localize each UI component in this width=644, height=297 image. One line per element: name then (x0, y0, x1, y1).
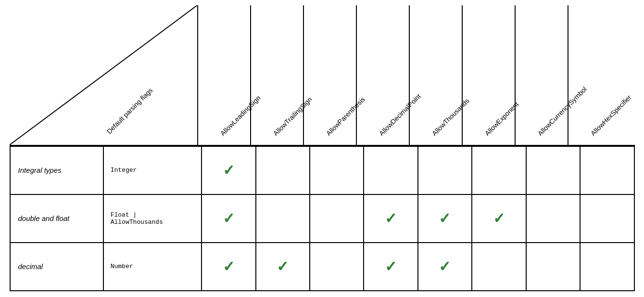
table-row: Integral types Integer ✓ (10, 146, 634, 194)
check-2-1: ✓ (256, 243, 310, 291)
row-label-2: decimal (10, 243, 103, 291)
check-0-2 (310, 146, 364, 194)
row-label-0: Integral types (10, 146, 103, 194)
check-1-2 (310, 194, 364, 243)
default-flags-label: Default parsing flags (105, 86, 154, 135)
header-col-3: AllowDecimalPoint (356, 5, 409, 145)
table-row: double and float Float | AllowThousands … (10, 194, 634, 243)
check-2-3: ✓ (364, 243, 417, 291)
table-header: Default parsing flags AllowLeadingSign A… (10, 6, 635, 146)
default-flags-1: Float | AllowThousands (103, 194, 202, 243)
check-0-7 (580, 146, 634, 194)
header-col-0: AllowLeadingSign (197, 5, 250, 145)
default-flags-0: Integer (103, 146, 202, 194)
check-0-6 (526, 146, 580, 194)
check-2-5 (472, 243, 526, 291)
header-col-5: AllowExponent (462, 5, 515, 145)
check-1-0: ✓ (202, 194, 255, 243)
col-header-7: AllowHexSpecifier (589, 93, 632, 137)
default-flags-2: Number (103, 243, 202, 291)
check-1-6 (526, 194, 580, 243)
check-2-6 (526, 243, 580, 291)
check-2-4: ✓ (418, 243, 472, 291)
check-1-4: ✓ (418, 194, 472, 243)
check-1-1 (256, 194, 310, 243)
header-default-flags-cell: Default parsing flags (101, 5, 197, 145)
header-col-4: AllowThousands (409, 5, 462, 145)
check-0-0: ✓ (202, 146, 255, 194)
header-col-6: AllowCurrencySymbol (515, 5, 568, 145)
check-2-7 (580, 243, 634, 291)
data-table: Integral types Integer ✓ double (10, 146, 635, 291)
check-1-3: ✓ (364, 194, 417, 243)
header-col-2: AllowParenthesis (303, 5, 356, 145)
check-2-2 (310, 243, 364, 291)
check-0-4 (418, 146, 472, 194)
check-0-3 (364, 146, 417, 194)
check-0-5 (472, 146, 526, 194)
main-table-wrapper: Default parsing flags AllowLeadingSign A… (10, 6, 635, 291)
check-1-7 (580, 194, 634, 243)
row-label-1: double and float (10, 194, 103, 243)
header-col-1: AllowTrailingSign (250, 5, 303, 145)
header-empty-left (10, 5, 101, 145)
check-2-0: ✓ (202, 243, 255, 291)
check-0-1 (256, 146, 310, 194)
check-1-5: ✓ (472, 194, 526, 243)
table-row: decimal Number ✓ ✓ ✓ ✓ (10, 243, 634, 291)
header-col-7: AllowHexSpecifier (568, 5, 620, 145)
